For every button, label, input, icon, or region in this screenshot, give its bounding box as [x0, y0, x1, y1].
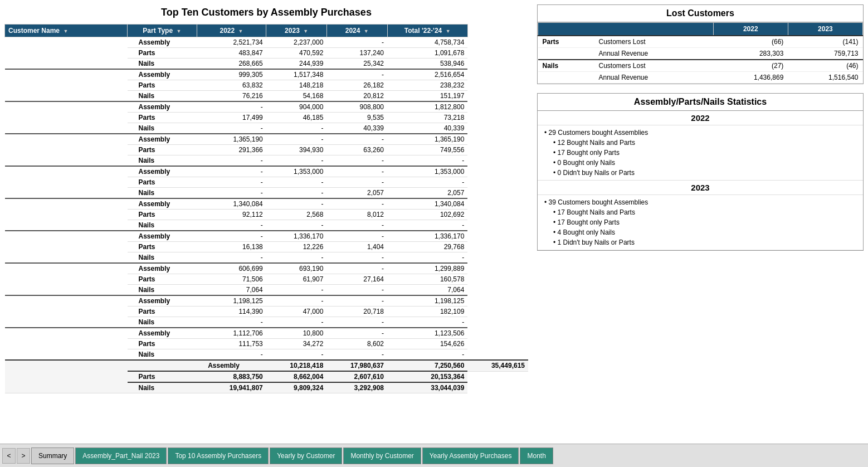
val-2023: - [266, 198, 327, 210]
total-label [128, 360, 197, 371]
val-2023: - [266, 123, 327, 134]
val-2022: 2,521,734 [197, 37, 266, 48]
lost-col-2022: 2022 [713, 23, 788, 36]
val-2023: 10,800 [266, 328, 327, 339]
part-type-cell: Nails [128, 155, 197, 167]
part-type-cell: Parts [128, 113, 197, 123]
customer-name-cell [5, 295, 128, 328]
part-type-cell: Nails [128, 349, 197, 361]
col-header-customer[interactable]: Customer Name ▼ [5, 25, 128, 37]
filter-icon-customer[interactable]: ▼ [63, 28, 68, 34]
tab-month[interactable]: Month [520, 447, 553, 464]
val-2022: - [197, 349, 266, 361]
val-2024: 908,800 [326, 101, 387, 113]
total-val: 3,292,908 [326, 382, 387, 393]
total-val: 9,809,324 [266, 382, 327, 393]
lost-customers-table: 2022 2023 PartsCustomers Lost(66)(141)An… [538, 22, 863, 84]
part-type-cell: Assembly [128, 101, 197, 113]
tab-prev-btn[interactable]: < [2, 448, 16, 464]
val-2023: - [266, 220, 327, 231]
tab-next-btn[interactable]: > [17, 448, 30, 464]
stats-list: • 29 Customers bought Assemblies• 12 Bou… [538, 125, 863, 181]
filter-icon-2024[interactable]: ▼ [364, 28, 369, 34]
val-2024: - [326, 134, 387, 145]
val-2023: 61,907 [266, 274, 327, 285]
val-total: 1,336,170 [387, 231, 467, 242]
val-2022: - [197, 166, 266, 177]
customer-name-cell [5, 231, 128, 263]
val-2024: 27,164 [326, 274, 387, 285]
val-2022: 606,699 [197, 263, 266, 274]
val-total: - [387, 220, 467, 231]
tab-summary[interactable]: Summary [31, 447, 74, 464]
val-2022: 1,198,125 [197, 295, 266, 307]
lost-2023-val: 1,516,540 [788, 72, 862, 84]
col-header-2023[interactable]: 2023 ▼ [266, 25, 327, 37]
part-type-cell: Parts [128, 48, 197, 59]
stats-title: Assembly/Parts/Nails Statistics [538, 94, 863, 111]
part-type-cell: Parts [128, 307, 197, 317]
filter-icon-2022[interactable]: ▼ [238, 28, 243, 34]
lost-label-cell: Customers Lost [587, 60, 713, 72]
lost-2023-val: (141) [788, 36, 862, 48]
part-type-cell: Nails [128, 123, 197, 134]
part-type-cell: Assembly [128, 263, 197, 274]
val-2022: - [197, 188, 266, 199]
val-total: 2,516,654 [387, 69, 467, 80]
stats-content: 2022• 29 Customers bought Assemblies• 12… [538, 111, 863, 250]
val-2022: 999,305 [197, 69, 266, 80]
stat-item: • 1 Didn't buy Nails or Parts [544, 237, 856, 247]
part-type-cell: Assembly [128, 37, 197, 48]
tab-monthly-by-customer[interactable]: Monthly by Customer [343, 447, 421, 464]
tab-assembly_part_nail-2023[interactable]: Assembly_Part_Nail 2023 [75, 447, 167, 464]
part-type-cell: Assembly [128, 134, 197, 145]
stat-item: • 0 Didn't buy Nails or Parts [544, 168, 856, 178]
col-header-parttype[interactable]: Part Type ▼ [128, 25, 197, 37]
val-total: 749,556 [387, 145, 467, 155]
val-total: 40,339 [387, 123, 467, 134]
tabs-container: SummaryAssembly_Part_Nail 2023Top 10 Ass… [31, 447, 553, 464]
val-2024: 137,240 [326, 48, 387, 59]
col-header-total[interactable]: Total '22-'24 ▼ [387, 25, 467, 37]
val-total: - [387, 177, 467, 188]
val-2022: - [197, 252, 266, 264]
tab-yearly-by-customer[interactable]: Yearly by Customer [270, 447, 342, 464]
val-2023: 244,939 [266, 59, 327, 70]
val-2023: 470,592 [266, 48, 327, 59]
stat-item: • 0 Bought only Nails [544, 158, 856, 168]
tab-bar: < > SummaryAssembly_Part_Nail 2023Top 10… [0, 444, 868, 467]
customer-name-cell [5, 69, 128, 101]
total-val: 20,153,364 [387, 371, 467, 382]
val-total: 182,109 [387, 307, 467, 317]
part-type-cell: Nails [128, 91, 197, 102]
val-2023: 34,272 [266, 339, 327, 349]
filter-icon-2023[interactable]: ▼ [303, 28, 308, 34]
tab-top-10-assembly-purchasers[interactable]: Top 10 Assembly Purchasers [168, 447, 269, 464]
filter-icon-parttype[interactable]: ▼ [176, 28, 181, 34]
val-total: 2,057 [387, 188, 467, 199]
val-2022: 483,847 [197, 48, 266, 59]
stat-item: • 39 Customers bought Assemblies [544, 197, 856, 207]
val-2024: - [326, 349, 387, 361]
col-header-2024[interactable]: 2024 ▼ [326, 25, 387, 37]
part-type-cell: Nails [128, 220, 197, 231]
val-total: 154,626 [387, 339, 467, 349]
filter-icon-total[interactable]: ▼ [446, 28, 451, 34]
part-type-cell: Assembly [128, 166, 197, 177]
val-2023: - [266, 177, 327, 188]
val-total: 1,812,800 [387, 101, 467, 113]
col-header-2022[interactable]: 2022 ▼ [197, 25, 266, 37]
part-type-cell: Parts [128, 210, 197, 220]
lost-customers-title: Lost Customers [538, 5, 863, 22]
val-2022: - [197, 155, 266, 167]
val-2023: 47,000 [266, 307, 327, 317]
val-total: 1,340,084 [387, 198, 467, 210]
val-2022: 114,390 [197, 307, 266, 317]
tab-yearly-assembly-purchases[interactable]: Yearly Assembly Purchases [422, 447, 519, 464]
stats-year-header: 2022 [538, 111, 863, 125]
customer-name-cell [5, 198, 128, 231]
val-2022: 63,832 [197, 80, 266, 91]
lost-label-cell: Customers Lost [587, 36, 713, 48]
val-total: 151,197 [387, 91, 467, 102]
val-total: 160,578 [387, 274, 467, 285]
